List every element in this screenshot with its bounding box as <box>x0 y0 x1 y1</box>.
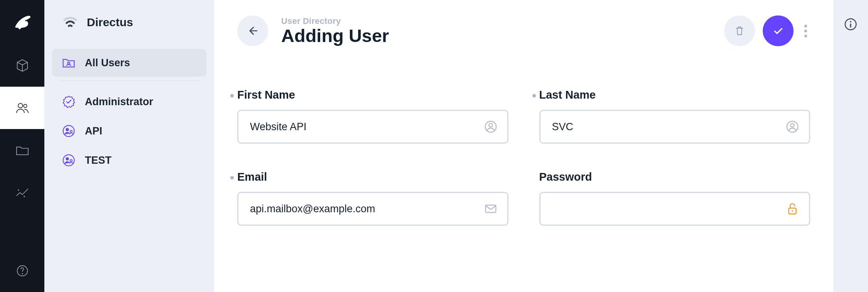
sidebar-title: Directus <box>87 16 133 29</box>
password-input[interactable] <box>552 193 778 225</box>
field-email: Email <box>237 171 508 226</box>
svg-point-12 <box>66 157 69 160</box>
header-actions <box>724 15 810 46</box>
field-last-name: Last Name <box>539 89 811 144</box>
svg-point-22 <box>850 21 851 22</box>
field-label: Last Name <box>539 89 596 101</box>
input-wrap <box>539 110 811 144</box>
sidebar: Directus All Users Administrator <box>44 0 214 292</box>
sidebar-header: Directus <box>52 0 206 44</box>
svg-point-2 <box>24 104 27 107</box>
sidebar-item-api[interactable]: API <box>52 117 206 145</box>
svg-point-0 <box>25 20 27 21</box>
back-button[interactable] <box>237 15 268 46</box>
info-rail <box>833 0 868 292</box>
folder-user-icon <box>62 56 76 70</box>
input-wrap <box>539 192 811 226</box>
svg-point-17 <box>790 123 794 127</box>
svg-point-6 <box>22 273 23 274</box>
page-title: Adding User <box>281 26 389 45</box>
sidebar-item-label: All Users <box>85 57 130 69</box>
user-form: First Name Last Name <box>237 89 810 226</box>
sidebar-item-label: API <box>85 125 102 137</box>
check-icon <box>771 23 785 38</box>
first-name-input[interactable] <box>250 111 476 143</box>
svg-point-11 <box>63 155 74 166</box>
sidebar-item-label: Administrator <box>85 96 153 108</box>
sidebar-item-test[interactable]: TEST <box>52 146 206 174</box>
folder-icon <box>15 143 30 158</box>
app-logo[interactable] <box>0 0 44 44</box>
svg-point-4 <box>24 196 25 197</box>
sparkline-icon <box>15 185 30 200</box>
page-header: User Directory Adding User <box>237 15 810 46</box>
wifi-icon <box>63 15 78 30</box>
field-label: Email <box>237 171 267 183</box>
svg-point-7 <box>68 62 69 64</box>
rabbit-icon <box>12 12 33 33</box>
rail-item-insights[interactable] <box>0 171 44 214</box>
svg-point-9 <box>66 128 69 131</box>
person-icon <box>785 119 800 134</box>
supervised-user-icon <box>62 124 76 138</box>
mail-icon <box>483 201 498 216</box>
save-button[interactable] <box>763 15 794 46</box>
svg-point-10 <box>70 130 72 132</box>
main-content: User Directory Adding User First Name <box>214 0 833 292</box>
delete-button[interactable] <box>724 15 755 46</box>
verified-badge-icon <box>62 95 76 109</box>
supervised-user-icon <box>62 153 76 167</box>
sidebar-item-administrator[interactable]: Administrator <box>52 88 206 116</box>
email-input[interactable] <box>250 193 476 225</box>
last-name-input[interactable] <box>552 111 778 143</box>
help-icon <box>15 263 30 279</box>
svg-point-20 <box>792 210 793 212</box>
icon-rail <box>0 0 44 292</box>
field-label: First Name <box>237 89 295 101</box>
sidebar-list: All Users Administrator API <box>52 44 206 176</box>
cube-icon <box>15 58 30 73</box>
rail-item-users[interactable] <box>0 87 44 129</box>
svg-point-15 <box>489 123 493 127</box>
svg-point-13 <box>70 159 72 161</box>
info-icon[interactable] <box>843 17 858 32</box>
arrow-left-icon <box>246 24 260 38</box>
sidebar-item-all-users[interactable]: All Users <box>52 49 206 77</box>
breadcrumb[interactable]: User Directory <box>281 16 389 26</box>
input-wrap <box>237 110 508 144</box>
sidebar-item-label: TEST <box>85 154 111 166</box>
rail-item-files[interactable] <box>0 129 44 171</box>
rail-item-help[interactable] <box>0 250 44 292</box>
svg-point-1 <box>18 103 23 108</box>
people-icon <box>15 100 30 116</box>
svg-point-8 <box>63 126 74 137</box>
svg-point-3 <box>18 190 19 191</box>
person-icon <box>483 119 498 134</box>
field-first-name: First Name <box>237 89 508 144</box>
field-label: Password <box>539 171 592 183</box>
input-wrap <box>237 192 508 226</box>
field-password: Password <box>539 171 811 226</box>
sidebar-divider <box>59 81 199 81</box>
trash-icon <box>733 24 746 37</box>
lock-open-icon <box>785 201 800 216</box>
svg-rect-23 <box>850 23 851 27</box>
rail-item-content[interactable] <box>0 44 44 87</box>
more-button[interactable] <box>801 25 810 37</box>
